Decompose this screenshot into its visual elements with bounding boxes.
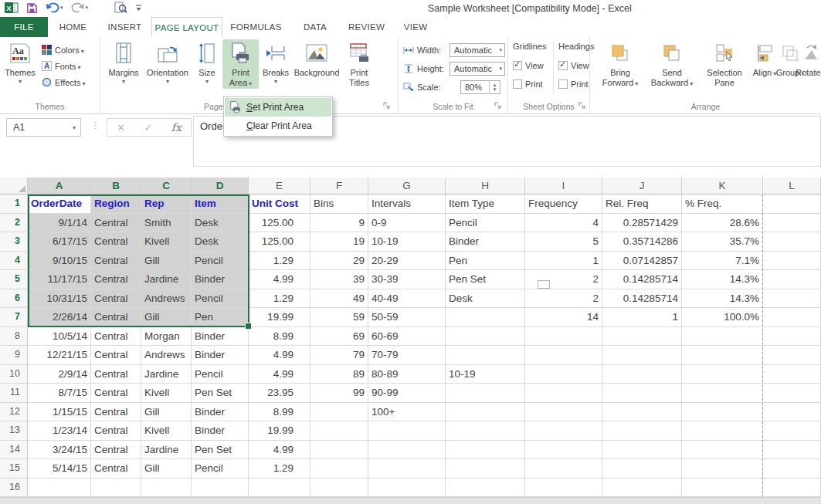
tab-page-layout[interactable]: PAGE LAYOUT [151, 17, 222, 37]
cell-F16[interactable] [310, 479, 368, 498]
cell-J3[interactable]: 0.35714286 [602, 232, 682, 252]
cell-H16[interactable] [446, 479, 525, 498]
cell-L12[interactable] [763, 403, 821, 422]
cell-B2[interactable]: Central [91, 214, 141, 233]
cell-L13[interactable] [763, 421, 821, 441]
column-header-E[interactable]: E [249, 178, 310, 194]
cell-K1[interactable]: % Freq. [682, 194, 763, 214]
cell-F5[interactable]: 39 [310, 270, 368, 289]
cell-F4[interactable]: 29 [310, 252, 368, 271]
row-header-6[interactable]: 6 [0, 289, 28, 309]
print-preview-icon[interactable] [114, 2, 127, 14]
cell-J2[interactable]: 0.28571429 [602, 214, 682, 233]
scale-to-fit-dialog-launcher-icon[interactable] [494, 101, 503, 110]
cell-A4[interactable]: 9/10/15 [28, 252, 91, 271]
undo-icon[interactable]: ▾ [46, 2, 63, 13]
row-header-1[interactable]: 1 [0, 194, 28, 214]
gridlines-print-checkbox-icon[interactable] [513, 79, 522, 89]
cell-G14[interactable] [368, 441, 446, 460]
cell-D11[interactable]: Pen Set [192, 384, 249, 403]
name-box-caret-icon[interactable]: ▾ [68, 124, 80, 131]
cell-C2[interactable]: Smith [141, 214, 192, 233]
cell-F14[interactable] [310, 441, 368, 460]
cell-J16[interactable] [602, 479, 682, 498]
cell-B7[interactable]: Central [91, 308, 141, 327]
cell-D14[interactable]: Pen Set [192, 441, 249, 460]
cell-J4[interactable]: 0.07142857 [602, 252, 682, 271]
cell-E3[interactable]: 125.00 [249, 232, 310, 252]
cell-L1[interactable] [763, 194, 821, 214]
cell-G9[interactable]: 70-79 [368, 346, 446, 365]
cell-C3[interactable]: Kivell [141, 232, 192, 252]
cell-G12[interactable]: 100+ [368, 403, 446, 422]
cell-G13[interactable] [368, 421, 446, 441]
cell-H2[interactable]: Pencil [446, 214, 525, 233]
menu-item-set-print-area[interactable]: Set Print Area [225, 98, 331, 117]
column-header-D[interactable]: D [192, 178, 249, 194]
cell-G3[interactable]: 10-19 [368, 232, 446, 252]
cell-L16[interactable] [763, 479, 821, 498]
cell-C6[interactable]: Andrews [141, 289, 192, 309]
column-header-J[interactable]: J [602, 178, 682, 194]
cell-L6[interactable] [763, 289, 821, 309]
effects-button[interactable]: Effects [42, 74, 85, 90]
cell-D3[interactable]: Desk [192, 232, 249, 252]
cell-G7[interactable]: 50-59 [368, 308, 446, 327]
cell-H10[interactable]: 10-19 [446, 365, 525, 384]
cell-D2[interactable]: Desk [192, 214, 249, 233]
cell-L7[interactable] [763, 308, 821, 327]
customize-qat-icon[interactable] [135, 4, 142, 12]
cell-C14[interactable]: Jardine [141, 441, 192, 460]
formula-bar-splitter[interactable]: ⋮ [91, 120, 100, 130]
cell-D8[interactable]: Binder [192, 327, 249, 347]
cell-I9[interactable] [525, 346, 602, 365]
cell-B9[interactable]: Central [91, 346, 141, 365]
selection-pane-button[interactable]: Selection Pane [700, 39, 749, 88]
cell-K10[interactable] [682, 365, 763, 384]
cell-C4[interactable]: Gill [141, 252, 192, 271]
cell-J7[interactable]: 1 [602, 308, 682, 327]
gridlines-print-checkbox[interactable]: Print [513, 75, 551, 93]
cell-G2[interactable]: 0-9 [368, 214, 446, 233]
cell-E11[interactable]: 23.95 [249, 384, 310, 403]
cell-B11[interactable]: Central [91, 384, 141, 403]
cell-E5[interactable]: 4.99 [249, 270, 310, 289]
cell-A12[interactable]: 1/15/15 [28, 403, 91, 422]
cell-I15[interactable] [525, 459, 602, 479]
column-header-L[interactable]: L [763, 178, 821, 194]
cell-H12[interactable] [446, 403, 525, 422]
cell-F3[interactable]: 19 [310, 232, 368, 252]
redo-icon[interactable]: ▾ [71, 2, 89, 13]
cell-E12[interactable]: 8.99 [249, 403, 310, 422]
excel-logo-icon[interactable]: X [5, 2, 19, 14]
cell-L10[interactable] [763, 365, 821, 384]
cell-I4[interactable]: 1 [525, 252, 602, 271]
cell-D16[interactable] [192, 479, 249, 498]
themes-button[interactable]: Aa Themes ▾ [3, 39, 37, 85]
cell-J9[interactable] [602, 346, 682, 365]
cell-G5[interactable]: 30-39 [368, 270, 446, 289]
gridlines-view-checkbox[interactable]: View [513, 56, 551, 75]
column-header-B[interactable]: B [91, 178, 141, 194]
cell-A3[interactable]: 6/17/15 [28, 232, 91, 252]
cell-L11[interactable] [763, 384, 821, 403]
rotate-button[interactable]: Rotate [800, 39, 821, 79]
cell-I3[interactable]: 5 [525, 232, 602, 252]
undo-caret-icon[interactable]: ▾ [60, 5, 63, 11]
cell-B5[interactable]: Central [91, 270, 141, 289]
cell-G6[interactable]: 40-49 [368, 289, 446, 309]
cell-A15[interactable]: 5/14/15 [28, 459, 91, 479]
cell-E13[interactable]: 19.99 [249, 421, 310, 441]
cell-B6[interactable]: Central [91, 289, 141, 309]
cell-I16[interactable] [525, 479, 602, 498]
cell-J10[interactable] [602, 365, 682, 384]
select-all-corner[interactable] [0, 178, 28, 194]
cell-E16[interactable] [249, 479, 310, 498]
insert-function-icon[interactable]: fx [171, 121, 182, 134]
colors-button[interactable]: Colors [42, 42, 85, 58]
cell-J5[interactable]: 0.14285714 [602, 270, 682, 289]
cell-C9[interactable]: Andrews [141, 346, 192, 365]
margins-button[interactable]: Margins ▾ [103, 39, 144, 85]
scale-spinner[interactable]: 80% ▲▼ [460, 80, 500, 94]
cell-F15[interactable] [310, 459, 368, 479]
